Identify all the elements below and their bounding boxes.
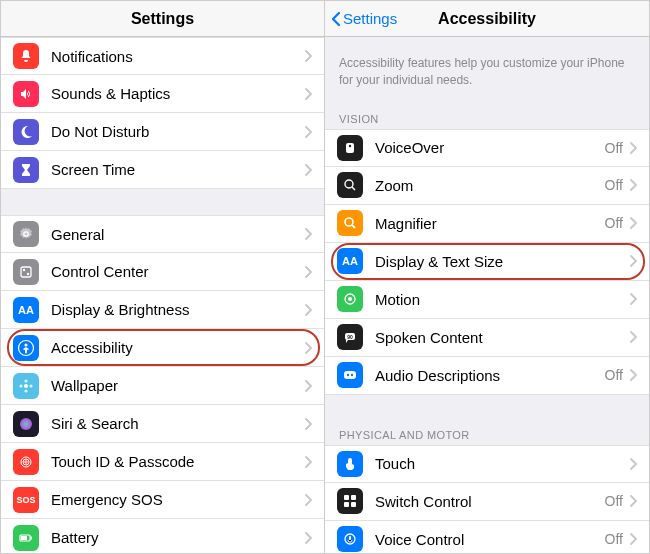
row-control-center[interactable]: Control Center: [1, 253, 324, 291]
chevron-right-icon: [304, 418, 312, 430]
row-voice-control[interactable]: Voice ControlOff: [325, 521, 649, 553]
chevron-right-icon: [629, 179, 637, 191]
row-label: Spoken Content: [375, 329, 629, 346]
row-value: Off: [605, 531, 623, 547]
svg-point-8: [24, 389, 27, 392]
row-label: Touch: [375, 455, 629, 472]
siri-icon: [13, 411, 39, 437]
chevron-right-icon: [304, 532, 312, 544]
row-label: Battery: [51, 529, 304, 546]
navbar: Settings Accessibility: [325, 1, 649, 37]
navbar: Settings: [1, 1, 324, 37]
chevron-right-icon: [304, 380, 312, 392]
row-value: Off: [605, 367, 623, 383]
row-screen-time[interactable]: Screen Time: [1, 151, 324, 189]
row-accessibility[interactable]: Accessibility: [1, 329, 324, 367]
chevron-right-icon: [629, 217, 637, 229]
svg-point-11: [20, 418, 32, 430]
row-audio-descriptions[interactable]: Audio DescriptionsOff: [325, 357, 649, 395]
zoom-icon: [337, 172, 363, 198]
row-value: Off: [605, 140, 623, 156]
voiceover-icon: [337, 135, 363, 161]
svg-point-28: [351, 374, 353, 376]
chevron-right-icon: [304, 50, 312, 62]
row-label: Display & Text Size: [375, 253, 629, 270]
flower-icon: [13, 373, 39, 399]
svg-rect-29: [344, 495, 349, 500]
chevron-right-icon: [629, 369, 637, 381]
svg-point-2: [23, 268, 25, 270]
chevron-right-icon: [629, 293, 637, 305]
person-icon: [13, 335, 39, 361]
row-emergency-sos[interactable]: SOSEmergency SOS: [1, 481, 324, 519]
chevron-right-icon: [629, 255, 637, 267]
section-description: Accessibility features help you customiz…: [325, 37, 649, 105]
svg-point-3: [27, 272, 29, 274]
row-label: Accessibility: [51, 339, 304, 356]
svg-point-6: [24, 384, 28, 388]
row-touch-id-passcode[interactable]: Touch ID & Passcode: [1, 443, 324, 481]
row-zoom[interactable]: ZoomOff: [325, 167, 649, 205]
svg-rect-26: [344, 371, 356, 379]
row-wallpaper[interactable]: Wallpaper: [1, 367, 324, 405]
audio-desc-icon: [337, 362, 363, 388]
back-button[interactable]: Settings: [325, 10, 397, 27]
chevron-right-icon: [629, 495, 637, 507]
row-spoken-content[interactable]: 90Spoken Content: [325, 319, 649, 357]
row-label: Zoom: [375, 177, 605, 194]
bell-icon: [13, 43, 39, 69]
accessibility-list: Accessibility features help you customiz…: [325, 37, 649, 553]
row-battery[interactable]: Battery: [1, 519, 324, 553]
row-label: Emergency SOS: [51, 491, 304, 508]
row-label: Sounds & Haptics: [51, 85, 304, 102]
row-motion[interactable]: Motion: [325, 281, 649, 319]
row-notifications[interactable]: Notifications: [1, 37, 324, 75]
row-switch-control[interactable]: Switch ControlOff: [325, 483, 649, 521]
chevron-right-icon: [629, 458, 637, 470]
svg-text:90: 90: [347, 334, 353, 340]
row-display-text-size[interactable]: AADisplay & Text Size: [325, 243, 649, 281]
svg-point-14: [25, 460, 27, 462]
row-do-not-disturb[interactable]: Do Not Disturb: [1, 113, 324, 151]
motion-icon: [337, 286, 363, 312]
moon-icon: [13, 119, 39, 145]
row-label: Voice Control: [375, 531, 605, 548]
touch-icon: [337, 451, 363, 477]
aa-icon: AA: [337, 248, 363, 274]
svg-rect-32: [351, 502, 356, 507]
svg-point-5: [24, 343, 27, 346]
chevron-right-icon: [304, 456, 312, 468]
section-header: PHYSICAL AND MOTOR: [325, 421, 649, 445]
svg-rect-18: [346, 143, 354, 153]
section-header: VISION: [325, 105, 649, 129]
row-label: General: [51, 226, 304, 243]
row-label: Motion: [375, 291, 629, 308]
row-label: VoiceOver: [375, 139, 605, 156]
row-label: Control Center: [51, 263, 304, 280]
row-label: Notifications: [51, 48, 304, 65]
chevron-right-icon: [629, 331, 637, 343]
row-label: Magnifier: [375, 215, 605, 232]
row-touch[interactable]: Touch: [325, 445, 649, 483]
svg-rect-31: [344, 502, 349, 507]
settings-pane: Settings NotificationsSounds & HapticsDo…: [0, 0, 325, 554]
row-display-brightness[interactable]: AADisplay & Brightness: [1, 291, 324, 329]
row-value: Off: [605, 215, 623, 231]
row-voiceover[interactable]: VoiceOverOff: [325, 129, 649, 167]
chevron-right-icon: [629, 533, 637, 545]
row-magnifier[interactable]: MagnifierOff: [325, 205, 649, 243]
row-label: Touch ID & Passcode: [51, 453, 304, 470]
speaker-icon: [13, 81, 39, 107]
row-siri-search[interactable]: Siri & Search: [1, 405, 324, 443]
row-sounds-haptics[interactable]: Sounds & Haptics: [1, 75, 324, 113]
row-value: Off: [605, 493, 623, 509]
sos-icon: SOS: [13, 487, 39, 513]
accessibility-pane: Settings Accessibility Accessibility fea…: [325, 0, 650, 554]
page-title: Settings: [1, 10, 324, 28]
svg-point-13: [23, 459, 29, 465]
row-general[interactable]: General: [1, 215, 324, 253]
chevron-left-icon: [331, 11, 341, 27]
chevron-right-icon: [304, 126, 312, 138]
chevron-right-icon: [629, 142, 637, 154]
battery-icon: [13, 525, 39, 551]
